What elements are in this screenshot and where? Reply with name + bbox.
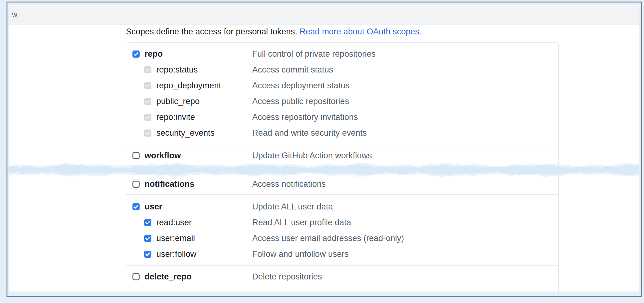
scope-description: Access user email addresses (read-only) — [252, 234, 404, 243]
scope-row: notificationsAccess notifications — [126, 179, 558, 189]
scope-section-notifications: notificationsAccess notifications — [126, 177, 558, 194]
scope-row: delete_repoDelete repositories — [126, 272, 558, 282]
header-input-value: w — [12, 11, 17, 19]
scope-label[interactable]: delete_repo — [145, 272, 192, 282]
scope-description: Read and write security events — [252, 128, 367, 138]
page-panel: w Scopes define the access for personal … — [9, 5, 639, 292]
scope-checkbox-user:email[interactable] — [144, 235, 151, 242]
scope-label[interactable]: repo_deployment — [156, 81, 221, 90]
scope-checkbox-user[interactable] — [132, 203, 140, 210]
scope-checkbox-delete_repo[interactable] — [132, 273, 140, 280]
scope-description: Update GitHub Action workflows — [252, 151, 372, 160]
header-input[interactable]: w — [9, 6, 639, 24]
scope-label[interactable]: security_events — [156, 128, 215, 138]
scope-row: public_repoAccess public repositories — [126, 96, 558, 106]
scope-row: user:followFollow and unfollow users — [126, 249, 558, 259]
scope-label[interactable]: user — [145, 202, 162, 212]
scope-checkbox-security_events — [144, 130, 151, 137]
scope-row: user:emailAccess user email addresses (r… — [126, 233, 558, 243]
scope-label[interactable]: notifications — [145, 179, 195, 189]
scope-description: Access public repositories — [252, 97, 349, 106]
scope-description: Read ALL user profile data — [252, 218, 351, 227]
scope-description: Access commit status — [252, 65, 333, 75]
torn-spacer — [126, 165, 558, 177]
scopes-intro-text: Scopes define the access for personal to… — [126, 27, 300, 36]
bottom-divider — [9, 292, 639, 292]
scope-section-delete_repo: delete_repoDelete repositories — [126, 265, 558, 288]
scope-label[interactable]: user:email — [156, 234, 195, 243]
scope-row: repo:inviteAccess repository invitations — [126, 112, 558, 122]
scope-checkbox-user:follow[interactable] — [144, 251, 151, 258]
scope-description: Access notifications — [252, 179, 326, 189]
scope-row: repoFull control of private repositories — [126, 49, 558, 59]
scope-label[interactable]: user:follow — [156, 249, 196, 259]
scope-section-user: userUpdate ALL user dataread:userRead AL… — [126, 194, 558, 265]
scope-section-workflow: workflowUpdate GitHub Action workflows — [126, 144, 558, 165]
scope-label[interactable]: repo:status — [156, 65, 198, 75]
scope-row: security_eventsRead and write security e… — [126, 128, 558, 138]
scope-section-repo: repoFull control of private repositories… — [126, 43, 558, 144]
scope-checkbox-repo:status — [144, 66, 151, 73]
scopes-content: Scopes define the access for personal to… — [9, 25, 639, 292]
scope-row: userUpdate ALL user data — [126, 202, 558, 212]
oauth-scopes-link[interactable]: Read more about OAuth scopes. — [300, 27, 422, 36]
scope-description: Access repository invitations — [252, 112, 358, 122]
scope-label[interactable]: workflow — [145, 151, 181, 160]
scope-row: repo_deploymentAccess deployment status — [126, 81, 558, 90]
scopes-intro: Scopes define the access for personal to… — [126, 27, 639, 36]
scope-checkbox-notifications[interactable] — [132, 181, 140, 188]
scope-checkbox-workflow[interactable] — [132, 152, 140, 159]
scope-label[interactable]: read:user — [156, 218, 192, 227]
scope-description: Delete repositories — [252, 272, 322, 282]
scope-checkbox-repo:invite — [144, 114, 151, 121]
scope-description: Follow and unfollow users — [252, 249, 349, 259]
window-frame: w Scopes define the access for personal … — [7, 2, 642, 297]
scope-checkbox-repo_deployment — [144, 82, 151, 89]
scope-label[interactable]: repo:invite — [156, 112, 195, 122]
scopes-list: repoFull control of private repositories… — [126, 42, 559, 292]
scope-row: repo:statusAccess commit status — [126, 65, 558, 75]
scope-checkbox-read:user[interactable] — [144, 219, 151, 226]
scope-label[interactable]: repo — [145, 49, 163, 59]
scope-row: read:userRead ALL user profile data — [126, 217, 558, 227]
scope-checkbox-repo[interactable] — [132, 50, 140, 58]
scope-description: Update ALL user data — [252, 202, 333, 212]
scope-label[interactable]: public_repo — [156, 97, 200, 106]
scope-description: Access deployment status — [252, 81, 350, 90]
scope-checkbox-public_repo — [144, 98, 151, 105]
scope-row: workflowUpdate GitHub Action workflows — [126, 151, 558, 160]
scope-description: Full control of private repositories — [252, 49, 376, 59]
